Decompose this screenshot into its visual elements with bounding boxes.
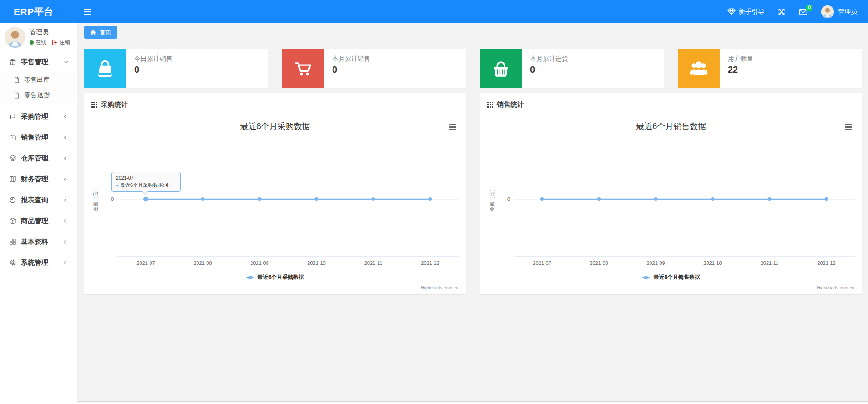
sidebar-item-purchase-management[interactable]: 采购管理 [0,106,77,127]
briefcase-icon [9,134,16,141]
fullscreen-button[interactable] [778,8,785,15]
sidebar-toggle-button[interactable] [84,9,91,15]
stat-card-today-sales: 今日累计销售 0 [84,49,268,88]
chart-title: 最近6个月销售数据 [487,121,856,132]
chevron-left-icon [64,135,69,140]
sidebar-item-retail-outbound[interactable]: 零售出库 [0,72,77,88]
tab-home-label: 首页 [100,28,111,36]
chart-context-menu-button[interactable] [448,123,458,131]
sidebar-item-finance-management[interactable]: 财务管理 [0,169,77,190]
stat-card-value: 0 [332,65,370,75]
svg-text:0: 0 [507,196,510,202]
loop-icon [9,113,16,120]
avatar [5,27,25,48]
chart-legend[interactable]: 最近6个月采购数据 [91,274,459,281]
sidebar-menu: 零售管理 零售出库 零售退货 采购管理 [0,51,77,273]
panel-header: 采购统计 [84,93,466,115]
footer-divider [77,401,868,404]
sales-chart: 最近6个月销售数据 金额（元）02021-072021-082021-09202… [487,115,856,294]
chart-context-menu-button[interactable] [844,123,853,131]
brand-logo[interactable]: ERP平台 [14,5,54,18]
cube-icon [9,217,16,224]
chevron-left-icon [64,114,69,119]
top-navbar: ERP平台 新手引导 0 管理员 [0,0,868,23]
chart-tooltip: 2021-07 ● 最近6个月采购数据: 0 [111,172,181,192]
stat-card-value: 22 [728,65,753,75]
sidebar-item-retail-returns[interactable]: 零售退货 [0,88,77,103]
chevron-left-icon [64,260,69,265]
chevron-left-icon [64,177,69,181]
tooltip-category: 2021-07 [116,175,176,180]
sidebar-user-panel: 管理员 在线 注销 [0,23,77,51]
sidebar-item-label: 零售出库 [24,76,50,84]
svg-text:2021-09: 2021-09 [646,260,665,266]
stat-card-value: 0 [134,65,172,75]
tooltip-series-label: 最近6个月采购数据: [120,182,164,188]
svg-text:0: 0 [111,196,114,202]
newbie-guide-link[interactable]: 新手引导 [727,8,764,16]
highcharts-credit-link[interactable]: Highcharts.com.cn [817,285,854,290]
svg-text:2021-10: 2021-10 [307,260,325,266]
gift-icon [9,58,16,65]
sidebar-item-sales-management[interactable]: 销售管理 [0,127,77,148]
grid-icon [91,102,97,108]
gear-icon [9,259,16,266]
sidebar-item-label: 商品管理 [21,217,48,225]
online-status-label: 在线 [35,39,46,46]
logout-label: 注销 [59,39,70,46]
sidebar-item-warehouse-management[interactable]: 仓库管理 [0,148,77,169]
newbie-guide-label: 新手引导 [739,8,764,16]
shopping-basket-icon [480,49,522,88]
panel-purchase-stats: 采购统计 最近6个月采购数据 金额（元）02021-072021-082021-… [84,93,466,294]
sidebar-item-system-management[interactable]: 系统管理 [0,252,77,273]
sidebar-item-label: 仓库管理 [21,154,48,163]
stat-card-title: 今日累计销售 [134,55,172,63]
svg-text:2021-08: 2021-08 [590,260,608,266]
book-icon [9,175,16,183]
sign-out-icon [51,39,58,46]
layers-icon [9,155,16,162]
stat-cards-row: 今日累计销售 0 本月累计销售 0 本月累计进货 0 [84,49,862,88]
purchase-chart: 最近6个月采购数据 金额（元）02021-072021-082021-09202… [91,115,459,294]
chevron-left-icon [64,198,69,202]
legend-marker-icon [246,275,254,280]
sidebar-item-label: 销售管理 [21,133,48,142]
svg-text:2021-10: 2021-10 [703,260,722,266]
chart-legend[interactable]: 最近6个月销售数据 [487,274,856,281]
svg-text:2021-12: 2021-12 [421,260,439,266]
sidebar-item-label: 采购管理 [21,112,48,121]
sidebar-item-report-query[interactable]: 报表查询 [0,190,77,210]
messages-button[interactable]: 0 [799,8,807,15]
sidebar-item-retail-management[interactable]: 零售管理 [0,51,77,72]
legend-marker-icon [642,275,650,280]
chevron-left-icon [64,239,69,244]
svg-text:金额（元）: 金额（元） [93,187,98,212]
highcharts-credit-link[interactable]: Highcharts.com.cn [421,285,459,290]
sidebar-item-goods-management[interactable]: 商品管理 [0,210,77,231]
avatar [821,5,834,18]
online-status-icon [30,40,34,45]
logout-link[interactable]: 注销 [51,39,70,46]
user-menu[interactable]: 管理员 [821,5,857,18]
shopping-cart-icon [282,49,324,88]
stat-card-month-purchases: 本月累计进货 0 [480,49,664,88]
sidebar-item-label: 零售退货 [24,91,50,100]
stat-card-title: 本月累计销售 [332,55,370,63]
sidebar-item-label: 报表查询 [21,196,48,204]
sidebar-item-label: 财务管理 [21,175,48,184]
svg-text:2021-07: 2021-07 [533,260,551,266]
user-name: 管理员 [838,8,857,16]
retail-submenu: 零售出库 零售退货 [0,72,77,106]
panel-sales-stats: 销售统计 最近6个月销售数据 金额（元）02021-072021-082021-… [480,93,863,294]
chart-title: 最近6个月采购数据 [91,121,459,132]
svg-text:2021-09: 2021-09 [250,260,268,266]
stat-card-title: 本月累计进货 [530,55,568,63]
sidebar-item-label: 系统管理 [21,259,48,267]
fullscreen-icon [778,8,785,15]
sidebar-item-basic-data[interactable]: 基本资料 [0,231,77,252]
chevron-left-icon [64,156,69,160]
main-content: 首页 今日累计销售 0 本月累计销售 0 [77,23,868,404]
tab-home[interactable]: 首页 [84,26,117,39]
svg-text:2021-11: 2021-11 [364,260,383,266]
svg-text:2021-11: 2021-11 [760,260,778,266]
